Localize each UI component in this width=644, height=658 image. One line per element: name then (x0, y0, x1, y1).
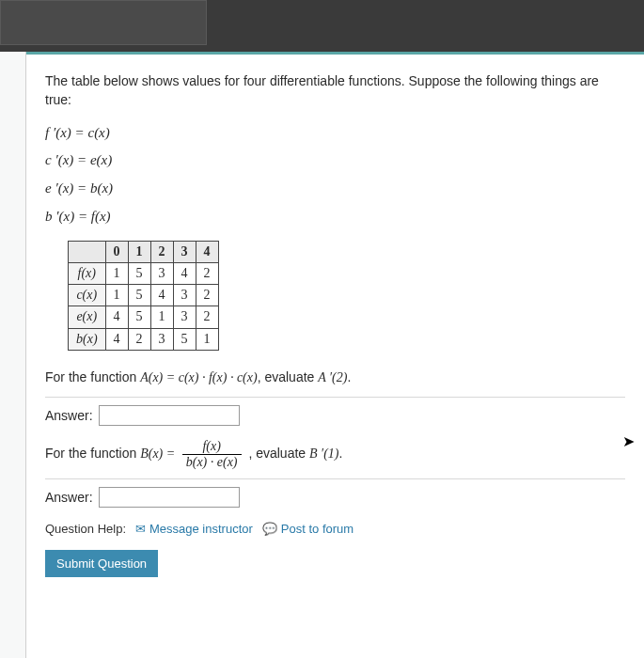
cell: 3 (173, 306, 196, 328)
cell: 3 (150, 262, 173, 284)
answer-b-input[interactable] (99, 487, 240, 508)
help-row: Question Help: ✉ Message instructor 💬 Po… (45, 521, 625, 539)
forum-text: Post to forum (281, 521, 353, 539)
pa-prefix: For the function (45, 369, 140, 384)
row-e-label: e(x) (69, 306, 106, 328)
pa-end: . (347, 369, 351, 384)
row-c-label: c(x) (69, 285, 106, 306)
equation-2: c ′(x) = e(x) (45, 150, 625, 171)
table-row: c(x) 1 5 4 3 2 (69, 285, 219, 306)
th-3: 3 (173, 241, 196, 262)
cell: 4 (173, 262, 196, 284)
answer-b-row: Answer: (45, 487, 625, 508)
equation-3: e ′(x) = b(x) (45, 179, 625, 199)
answer-a-input[interactable] (99, 405, 240, 426)
pb-suffix: , evaluate (245, 446, 310, 461)
part-b-prompt: For the function B(x) = f(x) b(x) · e(x)… (45, 439, 625, 469)
message-instructor-link[interactable]: ✉ Message instructor (135, 521, 253, 539)
toolbar-ghost (0, 0, 207, 45)
pa-def: A(x) = c(x) · f(x) · c(x) (140, 370, 257, 384)
post-forum-link[interactable]: 💬 Post to forum (262, 521, 353, 539)
left-strip (0, 52, 26, 658)
cell: 5 (128, 306, 150, 328)
chat-icon: 💬 (262, 521, 277, 539)
equation-4: b ′(x) = f(x) (45, 207, 625, 227)
msg-text: Message instructor (149, 521, 253, 539)
table-row: e(x) 4 5 1 3 2 (69, 306, 219, 328)
cell: 1 (105, 262, 128, 284)
pb-num: f(x) (182, 439, 242, 453)
cursor-icon: ➤ (622, 431, 635, 452)
cell: 2 (196, 285, 218, 306)
th-0: 0 (105, 241, 128, 262)
envelope-icon: ✉ (135, 521, 146, 539)
pa-ask: A ′(2) (318, 370, 347, 384)
cell: 1 (196, 328, 218, 350)
cell: 2 (128, 328, 150, 350)
separator (45, 478, 625, 479)
pb-fraction: f(x) b(x) · e(x) (182, 439, 242, 469)
th-4: 4 (196, 241, 218, 262)
answer-a-row: Answer: (45, 405, 625, 426)
pb-prefix: For the function (45, 446, 140, 461)
part-a-prompt: For the function A(x) = c(x) · f(x) · c(… (45, 368, 625, 387)
cell: 1 (105, 285, 128, 306)
pb-den: b(x) · e(x) (182, 454, 242, 469)
th-blank (69, 241, 106, 262)
row-f-label: f(x) (69, 262, 106, 284)
submit-button[interactable]: Submit Question (45, 550, 158, 577)
equation-1: f ′(x) = c(x) (45, 123, 625, 144)
function-table: 0 1 2 3 4 f(x) 1 5 3 4 2 c(x) 1 5 4 3 2 (68, 241, 219, 351)
row-b-label: b(x) (69, 328, 106, 350)
cell: 4 (105, 306, 128, 328)
cell: 5 (173, 328, 196, 350)
help-label: Question Help: (45, 521, 126, 539)
th-1: 1 (128, 241, 150, 262)
answer-b-label: Answer: (45, 488, 93, 507)
cell: 2 (196, 262, 218, 284)
cell: 3 (150, 328, 173, 350)
separator (45, 397, 625, 398)
cell: 1 (150, 306, 173, 328)
cell: 4 (105, 328, 128, 350)
pb-lhs: B(x) = (140, 446, 179, 461)
cell: 5 (128, 262, 150, 284)
pb-ask: B ′(1) (309, 446, 338, 461)
page-wrap: The table below shows values for four di… (0, 52, 644, 658)
cell: 2 (196, 306, 218, 328)
answer-a-label: Answer: (45, 406, 93, 425)
pa-suffix: , evaluate (258, 369, 319, 384)
cell: 3 (173, 285, 196, 306)
table-header-row: 0 1 2 3 4 (69, 241, 219, 262)
table-row: f(x) 1 5 3 4 2 (69, 262, 219, 284)
cell: 4 (150, 285, 173, 306)
table-row: b(x) 4 2 3 5 1 (69, 328, 219, 350)
intro-text: The table below shows values for four di… (45, 71, 625, 110)
th-2: 2 (150, 241, 173, 262)
cell: 5 (128, 285, 150, 306)
pb-end: . (338, 446, 342, 461)
content-panel: The table below shows values for four di… (26, 52, 644, 658)
